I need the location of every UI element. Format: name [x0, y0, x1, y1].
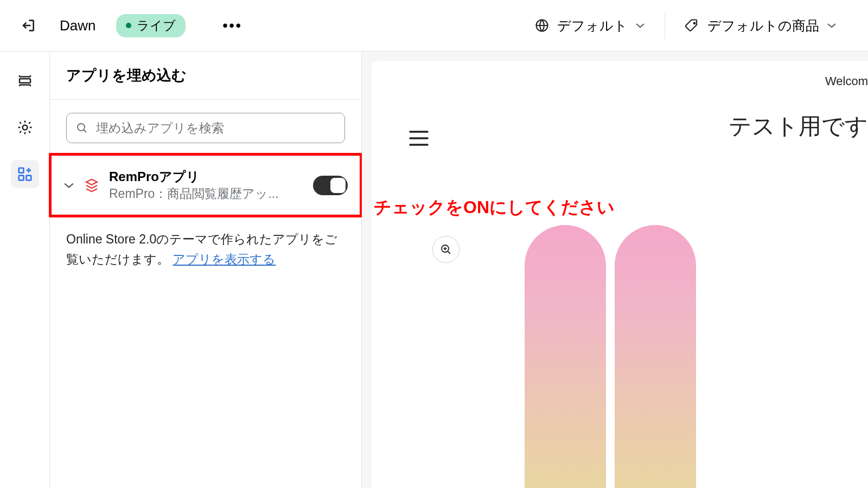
gear-icon [17, 119, 33, 136]
nav-rail [0, 52, 50, 488]
locale-dropdown[interactable]: デフォルト [519, 17, 660, 35]
apps-icon [17, 166, 33, 182]
app-title: RemProアプリ [109, 168, 304, 185]
annotation-text: チェックをONにしてください [374, 196, 615, 220]
theme-name: Dawn [60, 17, 95, 34]
toggle-knob [330, 178, 346, 193]
live-label: ライブ [137, 17, 176, 34]
globe-icon [534, 18, 550, 33]
chevron-down-icon [635, 23, 645, 28]
sections-icon [17, 73, 33, 89]
store-menu-button[interactable] [404, 126, 433, 150]
preview-pane: Welcom テスト用です チェックをONにしてください [362, 52, 868, 488]
rail-sections[interactable] [11, 67, 39, 95]
live-badge: ライブ [116, 14, 186, 37]
app-text: RemProアプリ RemPro：商品閲覧履歴アッ... [109, 168, 304, 202]
svg-point-3 [22, 125, 27, 130]
svg-rect-4 [18, 168, 23, 173]
svg-rect-2 [20, 79, 30, 83]
search-icon [75, 121, 88, 134]
chevron-down-icon [63, 182, 74, 189]
search-box[interactable] [66, 113, 345, 143]
chevron-down-icon [827, 23, 837, 28]
rail-settings[interactable] [11, 113, 39, 142]
app-desc: RemPro：商品閲覧履歴アッ... [109, 185, 304, 202]
snowboard-right [615, 225, 696, 488]
tag-icon [685, 18, 700, 33]
preview-inner: Welcom テスト用です チェックをONにしてください [372, 61, 868, 488]
top-bar-left: Dawn ライブ ••• [16, 14, 242, 37]
zoom-button[interactable] [432, 236, 459, 263]
store-title: テスト用です [729, 111, 868, 142]
svg-rect-5 [18, 176, 23, 181]
product-dropdown[interactable]: デフォルトの商品 [669, 17, 852, 35]
svg-point-7 [78, 124, 85, 131]
exit-icon [19, 17, 36, 34]
svg-point-1 [694, 23, 695, 24]
exit-button[interactable] [16, 14, 39, 37]
snowboard-left [525, 225, 606, 488]
sidebar-note: Online Store 2.0のテーマで作られたアプリをご覧いただけます。 ア… [50, 217, 361, 281]
main-area: アプリを埋め込む [0, 52, 868, 488]
app-icon [83, 177, 100, 194]
sidebar: アプリを埋め込む [50, 52, 362, 488]
locale-label: デフォルト [557, 17, 628, 35]
search-input[interactable] [96, 121, 336, 136]
separator [665, 12, 665, 39]
svg-rect-6 [26, 176, 31, 181]
highlight-box: RemProアプリ RemPro：商品閲覧履歴アッ... [49, 153, 362, 217]
sidebar-title: アプリを埋め込む [50, 52, 361, 100]
live-dot-icon [126, 23, 131, 28]
rail-apps[interactable] [11, 160, 39, 188]
welcome-text: Welcom [825, 74, 868, 88]
show-apps-link[interactable]: アプリを表示する [173, 252, 276, 266]
search-wrap [50, 100, 361, 153]
app-toggle[interactable] [313, 176, 348, 195]
zoom-in-icon [439, 243, 452, 256]
product-boards [525, 225, 696, 488]
stack-icon [84, 177, 100, 194]
hamburger-icon [408, 130, 430, 147]
more-button[interactable]: ••• [222, 17, 242, 34]
app-embed-row[interactable]: RemProアプリ RemPro：商品閲覧履歴アッ... [52, 156, 360, 215]
top-bar-right: デフォルト デフォルトの商品 [519, 12, 852, 39]
top-bar: Dawn ライブ ••• デフォルト デフォルトの商品 [0, 0, 868, 52]
product-image-area [422, 225, 868, 488]
product-label: デフォルトの商品 [707, 17, 819, 35]
